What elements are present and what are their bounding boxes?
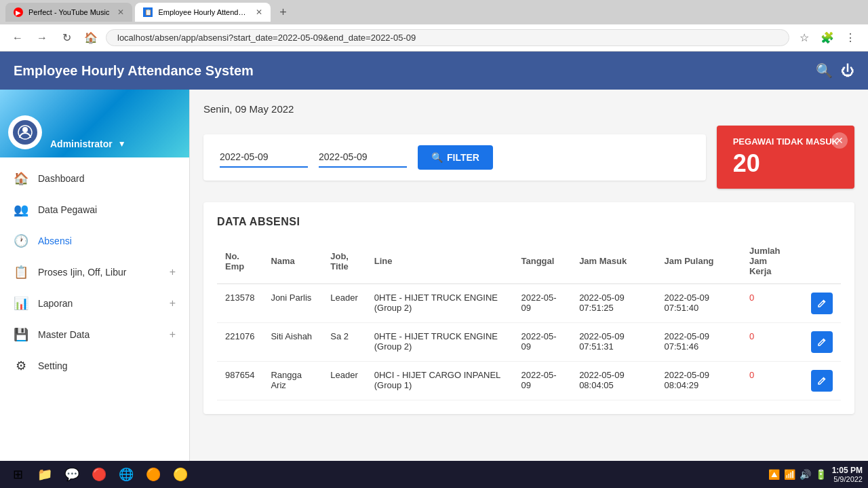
page-date: Senin, 09 May 2022 <box>203 103 854 115</box>
cell-jam-kerja: 0 <box>741 284 803 323</box>
app-taskbar-1[interactable]: 🔴 <box>87 462 111 487</box>
cell-jam-masuk: 2022-05-09 07:51:31 <box>571 323 656 362</box>
tab-app[interactable]: 📋 Employee Hourly Attendance Sy ✕ <box>135 3 271 22</box>
database-icon: 💾 <box>14 327 28 342</box>
sidebar-nav: 🏠 Dashboard 👥 Data Pegawai 🕐 Absensi 📋 P… <box>0 157 189 463</box>
col-jam-kerja: Jumlah JamKerja <box>741 239 803 284</box>
sidebar-item-data-pegawai[interactable]: 👥 Data Pegawai <box>0 194 189 225</box>
sidebar-item-master-data[interactable]: 💾 Master Data + <box>0 319 189 350</box>
cell-line: 0HTE - HIJET TRUCK ENGINE (Group 2) <box>366 284 513 323</box>
table-row: 213578 Joni Parlis Leader 0HTE - HIJET T… <box>217 284 841 323</box>
youtube-favicon: ▶ <box>14 7 23 17</box>
edit-button[interactable] <box>811 331 833 353</box>
cell-job-title: Sa 2 <box>322 323 366 362</box>
search-icon: 🔍 <box>431 152 443 163</box>
col-nama: Nama <box>262 239 322 284</box>
filter-section: 🔍 FILTER PEGAWAI TIDAK MASUK 20 ✕ <box>203 126 854 189</box>
cell-line: 0HCI - HIJET CARGO INPANEL (Group 1) <box>366 362 513 400</box>
tray-icons: 🔼 📶 🔊 🔋 <box>768 469 827 480</box>
tab-youtube-label: Perfect - YouTube Music <box>28 8 109 16</box>
sidebar-item-setting[interactable]: ⚙ Setting <box>0 350 189 381</box>
taskbar-right: 🔼 📶 🔊 🔋 1:05 PM 5/9/2022 <box>768 466 863 483</box>
tab-bar: ▶ Perfect - YouTube Music ✕ 📋 Employee H… <box>0 0 868 24</box>
cell-tanggal: 2022-05-09 <box>513 362 571 400</box>
profile-name: Administrator <box>50 138 113 149</box>
extensions-button[interactable]: 🧩 <box>818 29 837 48</box>
home-button[interactable]: 🏠 <box>81 29 100 48</box>
sidebar-item-label: Setting <box>38 360 68 371</box>
tab-youtube-close[interactable]: ✕ <box>117 7 124 17</box>
cell-line: 0HTE - HIJET TRUCK ENGINE (Group 2) <box>366 323 513 362</box>
clock-date: 5/9/2022 <box>832 475 863 483</box>
profile-chevron[interactable]: ▼ <box>118 139 126 149</box>
url-text: localhost/absen/app/absensi?start_date=2… <box>117 33 416 43</box>
start-date-input[interactable] <box>220 147 308 168</box>
cell-job-title: Leader <box>322 362 366 400</box>
content-area: Administrator ▼ 🏠 Dashboard 👥 Data Pegaw… <box>0 90 868 488</box>
table-row: 987654 Rangga Ariz Leader 0HCI - HIJET C… <box>217 362 841 400</box>
sidebar-item-laporan[interactable]: 📊 Laporan + <box>0 288 189 319</box>
cell-action <box>803 284 841 323</box>
tray-icon-1: 🔼 <box>768 469 780 480</box>
sidebar-item-label: Data Pegawai <box>38 204 97 215</box>
sidebar: Administrator ▼ 🏠 Dashboard 👥 Data Pegaw… <box>0 90 190 488</box>
sidebar-item-absensi[interactable]: 🕐 Absensi <box>0 225 189 257</box>
chrome-taskbar[interactable]: 🌐 <box>114 462 138 487</box>
edit-button[interactable] <box>811 293 833 314</box>
files-button[interactable]: 📁 <box>33 462 57 487</box>
edit-button[interactable] <box>811 370 833 392</box>
app-title: Employee Hourly Attendance System <box>14 63 254 79</box>
search-icon[interactable]: 🔍 <box>816 62 833 79</box>
cell-jam-pulang: 2022-05-09 07:51:40 <box>656 284 741 323</box>
cell-no-emp: 987654 <box>217 362 262 400</box>
sidebar-item-label: Laporan <box>38 298 73 309</box>
back-button[interactable]: ← <box>8 29 27 48</box>
expand-icon[interactable]: + <box>170 266 176 278</box>
bookmark-button[interactable]: ☆ <box>795 29 814 48</box>
cell-action <box>803 362 841 400</box>
wifi-icon: 📶 <box>784 469 795 480</box>
cell-jam-masuk: 2022-05-09 07:51:25 <box>571 284 656 323</box>
gear-icon: ⚙ <box>14 358 28 373</box>
battery-icon: 🔋 <box>815 469 827 480</box>
cell-jam-kerja: 0 <box>741 323 803 362</box>
app-taskbar-2[interactable]: 🟠 <box>141 462 165 487</box>
expand-icon[interactable]: + <box>170 297 176 309</box>
sidebar-item-label: Proses Ijin, Off, Libur <box>38 267 126 278</box>
forward-button[interactable]: → <box>33 29 52 48</box>
end-date-input[interactable] <box>319 147 407 168</box>
sublime-taskbar[interactable]: 🟡 <box>168 462 193 487</box>
sidebar-item-dashboard[interactable]: 🏠 Dashboard <box>0 163 189 194</box>
url-bar[interactable]: localhost/absen/app/absensi?start_date=2… <box>106 29 789 46</box>
navbar-actions: 🔍 ⏻ <box>816 62 854 79</box>
filter-button-label: FILTER <box>447 152 479 163</box>
clock-icon: 🕐 <box>14 233 28 248</box>
absent-card-close-button[interactable]: ✕ <box>831 132 848 149</box>
power-icon[interactable]: ⏻ <box>841 62 854 79</box>
col-jam-masuk: Jam Masuk <box>571 239 656 284</box>
filter-button[interactable]: 🔍 FILTER <box>418 145 493 170</box>
address-bar: ← → ↻ 🏠 localhost/absen/app/absensi?star… <box>0 24 868 52</box>
attendance-table: No.Emp Nama Job,Title Line Tanggal Jam M… <box>217 239 841 400</box>
data-section: DATA ABSENSI No.Emp Nama Job,Title Line … <box>203 202 854 414</box>
expand-icon[interactable]: + <box>170 329 176 341</box>
sidebar-item-proses-ijin[interactable]: 📋 Proses Ijin, Off, Libur + <box>0 257 189 288</box>
taskbar-clock: 1:05 PM 5/9/2022 <box>832 466 863 483</box>
browser-actions: ☆ 🧩 ⋮ <box>795 29 860 48</box>
taskbar-left: ⊞ 📁 💬 🔴 🌐 🟠 🟡 <box>5 462 193 487</box>
clock-time: 1:05 PM <box>832 466 863 475</box>
refresh-button[interactable]: ↻ <box>57 29 76 48</box>
tab-app-close[interactable]: ✕ <box>256 7 262 17</box>
filter-card: 🔍 FILTER <box>203 134 706 181</box>
cell-jam-masuk: 2022-05-09 08:04:05 <box>571 362 656 400</box>
settings-button[interactable]: ⋮ <box>841 29 860 48</box>
col-action <box>803 239 841 284</box>
table-row: 221076 Siti Aishah Sa 2 0HTE - HIJET TRU… <box>217 323 841 362</box>
app-favicon: 📋 <box>143 7 153 17</box>
tab-youtube[interactable]: ▶ Perfect - YouTube Music ✕ <box>5 3 132 22</box>
cell-action <box>803 323 841 362</box>
new-tab-button[interactable]: + <box>273 3 292 22</box>
whatsapp-button[interactable]: 💬 <box>60 462 84 487</box>
start-button[interactable]: ⊞ <box>5 462 30 487</box>
main-content: Senin, 09 May 2022 🔍 FILTER PEGAWAI TIDA… <box>190 90 868 488</box>
